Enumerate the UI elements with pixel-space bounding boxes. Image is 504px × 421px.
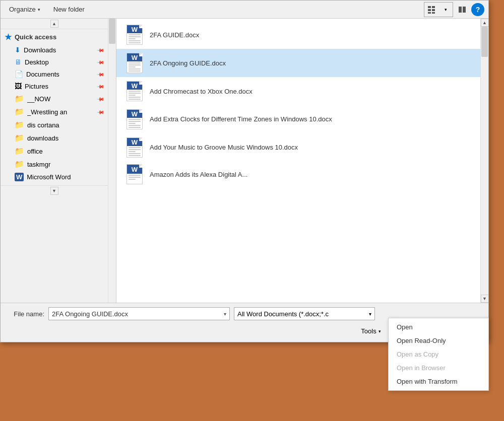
sidebar-item-taskmgr[interactable]: 📁 taskmgr xyxy=(1,158,108,171)
word-line xyxy=(129,119,141,120)
word-icon-fold xyxy=(139,109,143,113)
view-layout-button[interactable] xyxy=(455,3,469,17)
file-scroll-up[interactable]: ▲ xyxy=(481,19,489,27)
sidebar-item-downloads2[interactable]: 📁 downloads xyxy=(1,131,108,145)
filetype-select[interactable]: All Word Documents (*.docx;*.c ▾ xyxy=(234,307,375,320)
dropdown-open-transform-label: Open with Transform xyxy=(397,378,458,385)
view-dropdown-button[interactable]: ▾ xyxy=(438,3,453,17)
file-name: Add Your Music to Groove Music Windows 1… xyxy=(150,144,472,152)
word-doc-icon: W xyxy=(125,108,144,130)
sidebar-wrapper: ▲ ★ Quick access ⬇ Downloads 📌 🖥 Desktop… xyxy=(1,19,116,303)
word-w-letter: W xyxy=(132,166,138,173)
dropdown-item-open-transform[interactable]: Open with Transform xyxy=(389,375,488,388)
sidebar-scroll-down[interactable]: ▼ xyxy=(50,187,58,195)
word-icon-fold xyxy=(139,164,143,168)
sidebar-item-documents[interactable]: 📄 Documents 📌 xyxy=(1,68,108,80)
word-line xyxy=(129,34,141,35)
sidebar-section-quick-access: ★ Quick access xyxy=(1,29,108,44)
tools-button[interactable]: Tools ▾ xyxy=(354,325,387,337)
file-scroll-track[interactable] xyxy=(481,27,488,295)
organize-chevron-icon: ▾ xyxy=(38,7,40,12)
word-icon-fold xyxy=(139,81,143,85)
msword-icon: W xyxy=(15,173,24,181)
pin-icon-documents: 📌 xyxy=(97,70,105,78)
word-line xyxy=(129,93,141,94)
tools-label: Tools xyxy=(361,327,376,335)
file-name: 2FA Ongoing GUIDE.docx xyxy=(150,59,472,67)
svg-rect-6 xyxy=(459,7,462,13)
sidebar-item-msword[interactable]: W Microsoft Word xyxy=(1,171,108,183)
svg-rect-4 xyxy=(428,12,431,14)
pin-icon-wrestling: 📌 xyxy=(97,108,105,116)
sidebar-item-desktop-label: Desktop xyxy=(25,58,49,66)
file-name: Amazon Adds its Alexa Digital A... xyxy=(150,171,472,178)
new-folder-label: New folder xyxy=(53,6,85,13)
dropdown-item-open[interactable]: Open xyxy=(389,320,488,334)
sidebar-item-discortana[interactable]: 📁 dis cortana xyxy=(1,118,108,131)
svg-rect-1 xyxy=(432,6,435,8)
word-w-letter: W xyxy=(132,26,138,33)
sidebar-scroll-up[interactable]: ▲ xyxy=(50,20,58,28)
quick-access-label: Quick access xyxy=(15,33,56,41)
word-w-letter: W xyxy=(132,82,138,90)
svg-rect-3 xyxy=(432,9,435,11)
view-dropdown-chevron-icon: ▾ xyxy=(445,7,447,12)
word-icon-fold xyxy=(139,25,143,28)
word-line xyxy=(129,121,141,122)
word-line xyxy=(129,177,141,178)
filename-label: File name: xyxy=(7,310,44,318)
svg-rect-5 xyxy=(432,12,435,14)
word-line xyxy=(129,91,141,92)
pin-icon-now: 📌 xyxy=(97,95,105,103)
sidebar-scroll-track[interactable] xyxy=(108,19,116,303)
file-item[interactable]: W xyxy=(116,105,480,133)
new-folder-button[interactable]: New folder xyxy=(49,4,89,15)
downloads2-folder-icon: 📁 xyxy=(15,133,24,143)
sidebar-item-now[interactable]: 📁 __NOW 📌 xyxy=(1,92,108,105)
word-line xyxy=(129,66,136,67)
view-grid-icon xyxy=(427,6,435,14)
file-item[interactable]: W xyxy=(116,49,480,77)
file-item[interactable]: W Amaz xyxy=(116,162,480,187)
dropdown-item-open-readonly[interactable]: Open Read-Only xyxy=(389,334,488,347)
pin-icon-desktop: 📌 xyxy=(97,58,105,66)
sidebar: ▲ ★ Quick access ⬇ Downloads 📌 🖥 Desktop… xyxy=(1,19,108,303)
pin-icon: 📌 xyxy=(97,46,105,54)
sidebar-item-downloads[interactable]: ⬇ Downloads 📌 xyxy=(1,44,108,56)
word-line xyxy=(129,175,141,176)
word-line xyxy=(129,127,141,128)
file-item[interactable]: W xyxy=(116,21,480,49)
file-name: Add Chromecast to Xbox One.docx xyxy=(150,88,472,95)
word-line xyxy=(129,125,141,126)
sidebar-scroll-thumb[interactable] xyxy=(109,19,115,44)
file-icon: W xyxy=(124,163,145,185)
word-doc-icon: W xyxy=(125,24,144,46)
word-line xyxy=(129,153,141,154)
word-line xyxy=(129,99,141,100)
organize-button[interactable]: Organize ▾ xyxy=(5,4,45,15)
office-folder-icon: 📁 xyxy=(15,147,24,156)
file-item[interactable]: W xyxy=(116,77,480,105)
organize-label: Organize xyxy=(9,6,36,13)
sidebar-item-desktop[interactable]: 🖥 Desktop 📌 xyxy=(1,56,108,68)
help-button[interactable]: ? xyxy=(471,3,484,16)
taskmgr-folder-icon: 📁 xyxy=(15,160,24,169)
filetype-label: All Word Documents (*.docx;*.c xyxy=(237,310,367,318)
word-line xyxy=(129,42,141,43)
file-scroll-down[interactable]: ▼ xyxy=(481,295,489,303)
sidebar-item-office[interactable]: 📁 office xyxy=(1,145,108,158)
open-file-dialog: Organize ▾ New folder ▾ xyxy=(0,0,489,342)
word-doc-icon: W xyxy=(125,52,144,74)
file-item[interactable]: W xyxy=(116,133,480,162)
sidebar-item-pictures[interactable]: 🖼 Pictures 📌 xyxy=(1,80,108,92)
sidebar-item-pictures-label: Pictures xyxy=(25,83,48,90)
sidebar-item-wrestling[interactable]: 📁 _Wrestling an 📌 xyxy=(1,105,108,118)
file-icon: W xyxy=(124,136,145,159)
view-grid-button[interactable] xyxy=(424,3,438,17)
main-area: ▲ ★ Quick access ⬇ Downloads 📌 🖥 Desktop… xyxy=(1,19,488,303)
dropdown-open-browser-label: Open in Browser xyxy=(397,364,446,372)
filename-input[interactable]: 2FA Ongoing GUIDE.docx ▾ xyxy=(48,307,230,320)
word-line xyxy=(129,147,141,148)
file-scroll-thumb[interactable] xyxy=(481,27,488,57)
dropdown-item-open-browser: Open in Browser xyxy=(389,361,488,375)
